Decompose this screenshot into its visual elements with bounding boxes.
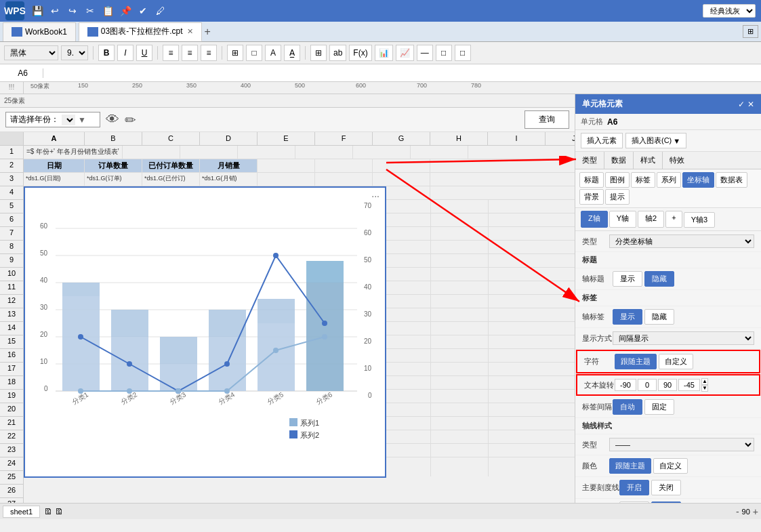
cell-G3[interactable] xyxy=(373,173,430,186)
axis-tab-z[interactable]: Z轴 xyxy=(581,211,608,228)
merge-btn[interactable]: ⊞ xyxy=(227,45,243,61)
sheet-tab-1[interactable]: sheet1 xyxy=(3,506,40,518)
cell-E2[interactable] xyxy=(258,159,315,172)
save-btn[interactable]: 💾 xyxy=(30,3,45,18)
underline-btn[interactable]: U xyxy=(136,45,152,61)
eye-icon[interactable]: 👁 xyxy=(106,112,119,127)
rotate-90[interactable] xyxy=(658,379,677,391)
axis-label-show-btn[interactable]: 显示 xyxy=(613,309,642,325)
major-off-btn[interactable]: 关闭 xyxy=(651,480,681,495)
merge-cell-btn[interactable]: ab xyxy=(329,45,346,61)
cell-D2[interactable]: 月销量 xyxy=(200,159,258,172)
theme-selector[interactable]: 经典浅灰 xyxy=(703,4,756,18)
cell-G2[interactable] xyxy=(373,159,430,172)
font-selector[interactable]: 黑体 xyxy=(4,45,58,60)
paste-btn[interactable]: 📌 xyxy=(118,3,133,18)
cell-reference[interactable]: A6 xyxy=(3,68,43,78)
axis-title-show-btn[interactable]: 显示 xyxy=(613,271,642,287)
prop-type-dropdown[interactable]: 分类坐标轴 xyxy=(609,234,754,248)
edit-icon[interactable]: ✏ xyxy=(125,112,136,128)
color-custom-btn[interactable]: 自定义 xyxy=(653,458,688,474)
cell-F3[interactable] xyxy=(315,173,373,186)
rotate-minus45[interactable] xyxy=(678,379,700,391)
char-custom-btn[interactable]: 自定义 xyxy=(659,354,693,369)
axis-tab-plus[interactable]: + xyxy=(665,211,682,228)
cell-H1[interactable] xyxy=(468,146,526,159)
cell-G1[interactable] xyxy=(411,146,468,159)
font-size-selector[interactable]: 9.0 xyxy=(61,45,88,60)
tab-style[interactable]: 样式 xyxy=(634,152,663,169)
new-tab-btn[interactable]: + xyxy=(205,26,211,38)
axis-tab-axis2[interactable]: 轴2 xyxy=(638,211,664,228)
sub-tab-axis[interactable]: 坐标轴 xyxy=(682,172,714,188)
cell-B2[interactable]: 订单数量 xyxy=(85,159,142,172)
prop-axisline-type-dropdown[interactable]: —— xyxy=(609,438,754,451)
interval-fixed-btn[interactable]: 固定 xyxy=(644,399,674,415)
formula-input[interactable] xyxy=(43,68,758,78)
insert-chart-btn[interactable]: 插入图表(C) ▼ xyxy=(625,133,686,148)
char-theme-btn[interactable]: 跟随主题 xyxy=(615,354,657,369)
chart-btn[interactable]: 📊 xyxy=(375,45,393,61)
cell-A1[interactable]: =$ 年份+' 年各月份销售业绩表' xyxy=(24,146,123,159)
cell-D1[interactable] xyxy=(238,146,295,159)
col-E[interactable]: E xyxy=(258,132,315,145)
chart-container[interactable]: ··· 60 50 40 30 20 10 0 70 xyxy=(24,186,386,478)
axis-tab-y[interactable]: Y轴 xyxy=(609,211,636,228)
rotate-up-btn[interactable]: ▲ xyxy=(701,378,708,385)
col-G[interactable]: G xyxy=(373,132,430,145)
sheet-icon-2[interactable]: 🖻 xyxy=(55,507,63,516)
tab-action-btn[interactable]: ⊞ xyxy=(743,25,758,38)
cut-btn[interactable]: ✂ xyxy=(83,3,98,18)
query-button[interactable]: 查询 xyxy=(525,110,569,129)
tab-data[interactable]: 数据 xyxy=(604,152,634,169)
cell-A2[interactable]: 日期 xyxy=(24,159,85,172)
axis-label-hide-btn[interactable]: 隐藏 xyxy=(644,309,674,325)
font-color-btn[interactable]: A̲ xyxy=(284,45,300,61)
align-right-btn[interactable]: ≡ xyxy=(201,45,217,61)
col-H[interactable]: H xyxy=(430,132,488,145)
cell-A3[interactable]: *ds1.G(日期) xyxy=(24,173,85,186)
format-btn[interactable]: 🖊 xyxy=(153,3,168,18)
sub-tab-hint[interactable]: 提示 xyxy=(605,189,630,205)
box-btn[interactable]: □ xyxy=(436,45,452,61)
minor-on-btn[interactable]: 开启 xyxy=(619,502,649,503)
zoom-minus-btn[interactable]: - xyxy=(736,506,739,517)
copy-btn[interactable]: 📋 xyxy=(100,3,115,18)
color-fill-btn[interactable]: A xyxy=(265,45,281,61)
col-F[interactable]: F xyxy=(315,132,373,145)
major-on-btn[interactable]: 开启 xyxy=(619,480,649,495)
cell-E3[interactable] xyxy=(258,173,315,186)
cell-E1[interactable] xyxy=(295,146,353,159)
year-selector-input[interactable] xyxy=(62,115,75,125)
border-btn[interactable]: □ xyxy=(246,45,262,61)
cell-H2[interactable] xyxy=(430,159,488,172)
col-C[interactable]: C xyxy=(142,132,200,145)
col-A[interactable]: A xyxy=(24,132,85,145)
sheet-icon-1[interactable]: 🖻 xyxy=(44,507,52,516)
sub-tab-legend[interactable]: 图例 xyxy=(605,172,630,188)
line-btn[interactable]: — xyxy=(417,45,433,61)
align-center-btn[interactable]: ≡ xyxy=(182,45,198,61)
tab-type[interactable]: 类型 xyxy=(575,152,604,169)
cell-H4[interactable] xyxy=(430,186,488,199)
italic-btn[interactable]: I xyxy=(117,45,133,61)
panel-close-btn[interactable]: ✕ xyxy=(747,100,754,109)
bold-btn[interactable]: B xyxy=(98,45,115,61)
cell-B1[interactable] xyxy=(123,146,180,159)
chart-more-icon[interactable]: ··· xyxy=(371,190,379,201)
format-btn2[interactable]: F(x) xyxy=(349,45,371,61)
rotate-minus90[interactable] xyxy=(615,379,636,391)
cell-D3[interactable]: *ds1.G(月销) xyxy=(200,173,258,186)
col-B[interactable]: B xyxy=(85,132,142,145)
sub-tab-bg[interactable]: 背景 xyxy=(579,189,604,205)
color-theme-btn[interactable]: 跟随主题 xyxy=(609,458,651,474)
col-I[interactable]: I xyxy=(488,132,546,145)
col-D[interactable]: D xyxy=(200,132,258,145)
rotate-0[interactable] xyxy=(638,379,657,391)
redo-btn[interactable]: ↪ xyxy=(65,3,80,18)
cell-C1[interactable] xyxy=(180,146,238,159)
zoom-plus-btn[interactable]: + xyxy=(753,506,758,517)
axis-tab-y3[interactable]: Y轴3 xyxy=(684,212,715,228)
sub-tab-label[interactable]: 标签 xyxy=(631,172,655,188)
cell-C3[interactable]: *ds1.G(已付订) xyxy=(142,173,200,186)
